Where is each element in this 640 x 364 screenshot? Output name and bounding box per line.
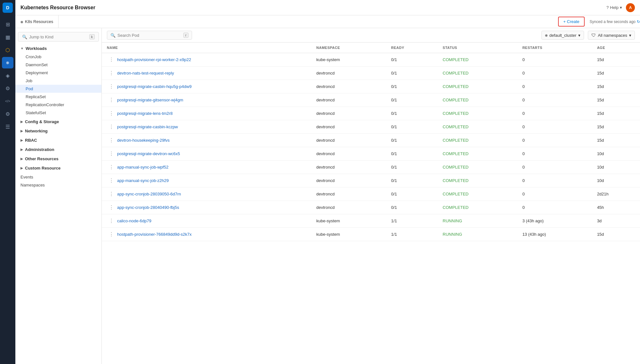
row-menu-icon-11[interactable]: ⋮: [107, 204, 116, 211]
row-ready-12: 1/1: [386, 214, 437, 228]
help-button[interactable]: ? Help ▾: [606, 5, 622, 10]
nav-item-job[interactable]: Job: [15, 77, 101, 85]
nav-item-events[interactable]: Events: [15, 173, 101, 181]
nav-item-namespaces[interactable]: Namespaces: [15, 181, 101, 189]
row-ready-0: 0/1: [386, 53, 437, 67]
row-menu-icon-10[interactable]: ⋮: [107, 190, 116, 198]
row-ready-9: 0/1: [386, 174, 437, 187]
create-button[interactable]: + Create: [558, 17, 584, 27]
table-row: ⋮ hostpath-provisioner-766849dd9d-s2k7x …: [102, 228, 640, 241]
row-menu-icon-9[interactable]: ⋮: [107, 177, 116, 184]
row-status-13: RUNNING: [437, 228, 517, 241]
row-name-13[interactable]: ⋮ hostpath-provisioner-766849dd9d-s2k7x: [102, 228, 311, 241]
networking-header[interactable]: ▶ Networking: [15, 127, 101, 135]
row-menu-icon-3[interactable]: ⋮: [107, 96, 116, 104]
row-menu-icon-6[interactable]: ⋮: [107, 137, 116, 144]
code-icon[interactable]: </>: [2, 95, 13, 107]
pod-search-bar[interactable]: 🔍 r: [107, 31, 192, 40]
alert-icon[interactable]: ⬡: [2, 44, 13, 56]
nav-item-daemonset[interactable]: DaemonSet: [15, 61, 101, 69]
row-age-2: 15d: [592, 80, 640, 93]
row-restarts-13: 13 (43h ago): [517, 228, 592, 241]
row-name-9[interactable]: ⋮ app-manual-sync-job-z2h29: [102, 174, 311, 187]
right-actions: ? Help ▾ A: [606, 3, 635, 12]
row-name-2[interactable]: ⋮ postgresql-migrate-casbin-hqu5g-p4dw9: [102, 80, 311, 93]
custom-resource-section: ▶ Custom Resource: [15, 164, 101, 172]
networking-arrow-icon: ▶: [20, 129, 23, 133]
row-menu-icon-2[interactable]: ⋮: [107, 83, 116, 90]
row-menu-icon-7[interactable]: ⋮: [107, 150, 116, 157]
row-menu-icon-0[interactable]: ⋮: [107, 56, 116, 63]
layers-icon[interactable]: ☰: [2, 121, 13, 132]
table-row: ⋮ postgresql-migrate-lens-tm2r8 devtronc…: [102, 107, 640, 120]
row-age-1: 15d: [592, 67, 640, 80]
chart-icon[interactable]: ▦: [2, 31, 13, 43]
nav-item-replicationcontroller[interactable]: ReplicationController: [15, 101, 101, 109]
rbac-header[interactable]: ▶ RBAC: [15, 136, 101, 145]
networking-section: ▶ Networking: [15, 127, 101, 135]
pod-search-icon: 🔍: [110, 33, 116, 38]
row-name-8[interactable]: ⋮ app-manual-sync-job-wpf52: [102, 161, 311, 174]
network-icon[interactable]: ◈: [2, 70, 13, 81]
row-ready-6: 0/1: [386, 134, 437, 147]
administration-header[interactable]: ▶ Administration: [15, 145, 101, 154]
row-name-4[interactable]: ⋮ postgresql-migrate-lens-tm2r8: [102, 107, 311, 120]
row-status-4: COMPLETED: [437, 107, 517, 120]
jump-to-kind-search[interactable]: 🔍 k: [18, 32, 99, 42]
settings-icon[interactable]: ⚙: [2, 83, 13, 94]
row-age-4: 15d: [592, 107, 640, 120]
row-status-9: COMPLETED: [437, 174, 517, 187]
row-name-6[interactable]: ⋮ devtron-housekeeping-29fvs: [102, 134, 311, 147]
row-status-7: COMPLETED: [437, 147, 517, 161]
search-input[interactable]: [29, 35, 87, 39]
nav-item-statefulset[interactable]: StatefulSet: [15, 109, 101, 117]
workloads-header[interactable]: ▼ Workloads: [15, 44, 101, 53]
row-restarts-9: 0: [517, 174, 592, 187]
row-menu-icon-4[interactable]: ⋮: [107, 110, 116, 117]
row-namespace-2: devtroncd: [311, 80, 386, 93]
row-menu-icon-12[interactable]: ⋮: [107, 217, 116, 225]
table-row: ⋮ postgresql-migrate-gitsensor-wj4gm dev…: [102, 93, 640, 107]
row-menu-icon-5[interactable]: ⋮: [107, 123, 116, 131]
icon-sidebar: D ⊞ ▦ ⬡ ⎈ ◈ ⚙ </> ⚙ ☰: [0, 0, 15, 364]
row-menu-icon-13[interactable]: ⋮: [107, 231, 116, 238]
app-logo[interactable]: D: [3, 3, 13, 13]
refresh-icon[interactable]: ↻: [637, 20, 640, 24]
cluster-icon: ⎈: [545, 33, 548, 38]
k8s-icon[interactable]: ⎈: [2, 57, 13, 68]
nav-item-cronjob[interactable]: CronJob: [15, 53, 101, 61]
table-row: ⋮ postgresql-migrate-devtron-wc6x5 devtr…: [102, 147, 640, 161]
row-age-7: 10d: [592, 147, 640, 161]
table-row: ⋮ app-sync-cronjob-28040490-fbj5s devtro…: [102, 201, 640, 214]
row-name-5[interactable]: ⋮ postgresql-migrate-casbin-kczpw: [102, 120, 311, 134]
table-row: ⋮ devtron-housekeeping-29fvs devtroncd 0…: [102, 134, 640, 147]
row-status-10: COMPLETED: [437, 187, 517, 201]
config-icon[interactable]: ⚙: [2, 108, 13, 120]
row-name-0[interactable]: ⋮ hostpath-provisioner-rpi-worker-2-x9p2…: [102, 53, 311, 67]
pod-search-input[interactable]: [117, 33, 181, 38]
row-menu-icon-1[interactable]: ⋮: [107, 69, 116, 77]
avatar[interactable]: A: [626, 3, 635, 12]
custom-resource-header[interactable]: ▶ Custom Resource: [15, 164, 101, 172]
row-name-1[interactable]: ⋮ devtron-nats-test-request-reply: [102, 67, 311, 80]
dashboard-icon[interactable]: ⊞: [2, 19, 13, 30]
row-name-11[interactable]: ⋮ app-sync-cronjob-28040490-fbj5s: [102, 201, 311, 214]
cluster-chevron-icon: ▾: [578, 33, 580, 38]
row-name-7[interactable]: ⋮ postgresql-migrate-devtron-wc6x5: [102, 147, 311, 161]
cluster-selector[interactable]: ⎈ default_cluster ▾: [541, 31, 584, 40]
namespace-selector[interactable]: 🛡 All namespaces ▾: [588, 31, 635, 40]
config-storage-header[interactable]: ▶ Config & Storage: [15, 117, 101, 126]
row-name-12[interactable]: ⋮ calico-node-6dp79: [102, 214, 311, 228]
nav-item-replicaset[interactable]: ReplicaSet: [15, 93, 101, 101]
other-resources-header[interactable]: ▶ Other Resources: [15, 154, 101, 163]
row-name-10[interactable]: ⋮ app-sync-cronjob-28039050-6d7rn: [102, 187, 311, 201]
row-namespace-0: kube-system: [311, 53, 386, 67]
row-menu-icon-8[interactable]: ⋮: [107, 163, 116, 171]
row-age-9: 10d: [592, 174, 640, 187]
row-namespace-8: devtroncd: [311, 161, 386, 174]
nav-item-pod[interactable]: Pod: [15, 85, 101, 93]
k8s-resources-tab[interactable]: ⎈ K8s Resources: [15, 15, 59, 28]
row-name-3[interactable]: ⋮ postgresql-migrate-gitsensor-wj4gm: [102, 93, 311, 107]
nav-item-deployment[interactable]: Deployment: [15, 69, 101, 77]
col-namespace: NAMESPACE: [311, 43, 386, 53]
